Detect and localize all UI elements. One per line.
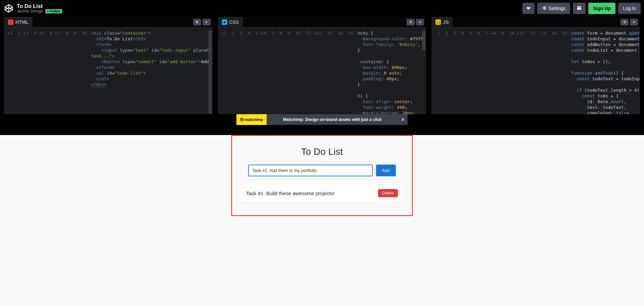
code-area-js[interactable]: 1 2 3 4 5 6 7 ▸8 9 10 ▸11 12 13 14 15 co… xyxy=(431,28,640,114)
title-block: To Do List Jacinto Design + Follow xyxy=(17,3,62,14)
css-icon: ✱ xyxy=(222,19,227,25)
settings-label: Settings xyxy=(549,6,566,11)
chevron-down-icon: ▾ xyxy=(205,20,207,24)
editor-label-js: JS xyxy=(443,19,449,25)
top-header: To Do List Jacinto Design + Follow ❤ Set… xyxy=(0,0,644,17)
editor-header-js: ( ) JS ⚙ ▾ xyxy=(431,17,640,28)
html-icon: / xyxy=(8,19,13,25)
svg-rect-3 xyxy=(577,6,581,7)
layout-button[interactable] xyxy=(573,3,586,14)
header-right: ❤ Settings Sign Up Log In xyxy=(522,3,641,14)
code-html[interactable]: <div class="container"> <h1>To Do List</… xyxy=(89,28,213,114)
editor-label-html: HTML xyxy=(15,19,29,25)
ad-bar: ⓜ mailchimp Mailchimp: Design on-brand a… xyxy=(0,114,644,125)
ad-brand-logo: ⓜ mailchimp xyxy=(236,114,267,125)
js-icon: ( ) xyxy=(435,19,441,25)
author-name[interactable]: Jacinto Design xyxy=(17,9,43,13)
chevron-down-icon: ▾ xyxy=(633,20,635,24)
code-area-css[interactable]: ▸1 2 3 4 5 ▸6 7 8 9 10 11 ▸12 13 14 15 b… xyxy=(218,28,426,114)
editor-css-dropdown[interactable]: ▾ xyxy=(416,19,424,26)
svg-rect-5 xyxy=(580,7,581,9)
editor-js: ( ) JS ⚙ ▾ 1 2 3 4 5 6 7 ▸8 9 10 ▸11 12 … xyxy=(431,17,640,114)
preview-heading: To Do List xyxy=(238,146,406,157)
ad-text: Mailchimp: Design on-brand assets with j… xyxy=(267,117,398,122)
todo-input[interactable] xyxy=(248,165,373,176)
editor-html: / HTML ⚙ ▾ ▸1 2 ▸3 4 ▸5 6 ▸7 8 9 10 <div… xyxy=(4,17,213,114)
code-css[interactable]: body { background-color: #f9f9f9; font-f… xyxy=(356,28,426,114)
header-left: To Do List Jacinto Design + Follow xyxy=(4,3,62,14)
code-js[interactable]: const form = document.querySelector('for… xyxy=(569,28,640,114)
editor-css: ✱ CSS ⚙ ▾ ▸1 2 3 4 5 ▸6 7 8 9 10 11 ▸12 … xyxy=(218,17,426,114)
editor-tab-html[interactable]: / HTML xyxy=(4,17,33,27)
editor-js-dropdown[interactable]: ▾ xyxy=(630,19,638,26)
editor-html-settings[interactable]: ⚙ xyxy=(193,19,201,26)
scrollbar-css[interactable] xyxy=(422,30,425,50)
close-icon: ✕ xyxy=(401,117,405,122)
pen-title[interactable]: To Do List xyxy=(17,3,62,9)
editor-tab-js[interactable]: ( ) JS xyxy=(431,17,453,27)
ad-close-button[interactable]: ✕ xyxy=(398,114,408,125)
svg-rect-4 xyxy=(577,7,579,9)
preview-pane: To Do List Add Task #1. Build these awes… xyxy=(0,135,644,306)
editor-label-css: CSS xyxy=(229,19,239,25)
preview-container: To Do List Add Task #1. Build these awes… xyxy=(231,135,413,216)
todo-item-text: Task #1. Build these awesome projects! xyxy=(246,190,334,196)
add-button[interactable]: Add xyxy=(376,165,396,176)
editor-html-dropdown[interactable]: ▾ xyxy=(202,19,211,26)
ad-banner[interactable]: ⓜ mailchimp Mailchimp: Design on-brand a… xyxy=(236,114,408,125)
scrollbar-html[interactable] xyxy=(209,30,212,114)
editor-header-html: / HTML ⚙ ▾ xyxy=(4,17,213,28)
editor-tab-css[interactable]: ✱ CSS xyxy=(218,17,243,27)
gutter-css: ▸1 2 3 4 5 ▸6 7 8 9 10 11 ▸12 13 14 15 xyxy=(218,28,356,114)
gear-icon: ⚙ xyxy=(195,20,198,24)
settings-button[interactable]: Settings xyxy=(537,3,570,14)
gear-icon xyxy=(542,6,547,11)
login-button[interactable]: Log In xyxy=(618,3,641,14)
todo-item: Task #1. Build these awesome projects! D… xyxy=(241,184,403,202)
preview-form: Add xyxy=(238,165,406,176)
gutter-html: ▸1 2 ▸3 4 ▸5 6 ▸7 8 9 10 xyxy=(4,28,89,114)
layout-icon xyxy=(577,6,582,11)
gear-icon: ⚙ xyxy=(409,20,412,24)
editor-js-settings[interactable]: ⚙ xyxy=(620,19,629,26)
like-button[interactable]: ❤ xyxy=(522,3,535,14)
editors-row: / HTML ⚙ ▾ ▸1 2 ▸3 4 ▸5 6 ▸7 8 9 10 <div… xyxy=(0,17,644,114)
gutter-js: 1 2 3 4 5 6 7 ▸8 9 10 ▸11 12 13 14 15 xyxy=(431,28,569,114)
chevron-down-icon: ▾ xyxy=(419,20,421,24)
code-area-html[interactable]: ▸1 2 ▸3 4 ▸5 6 ▸7 8 9 10 <div class="con… xyxy=(4,28,213,114)
delete-button[interactable]: Delete xyxy=(378,189,398,197)
gear-icon: ⚙ xyxy=(623,20,626,24)
mailchimp-icon: ⓜ xyxy=(240,117,245,122)
codepen-logo-icon[interactable] xyxy=(4,4,13,13)
editor-css-settings[interactable]: ⚙ xyxy=(407,19,415,26)
follow-button[interactable]: + Follow xyxy=(45,9,62,13)
heart-icon: ❤ xyxy=(526,6,531,11)
signup-button[interactable]: Sign Up xyxy=(588,3,615,14)
editor-header-css: ✱ CSS ⚙ ▾ xyxy=(218,17,426,28)
